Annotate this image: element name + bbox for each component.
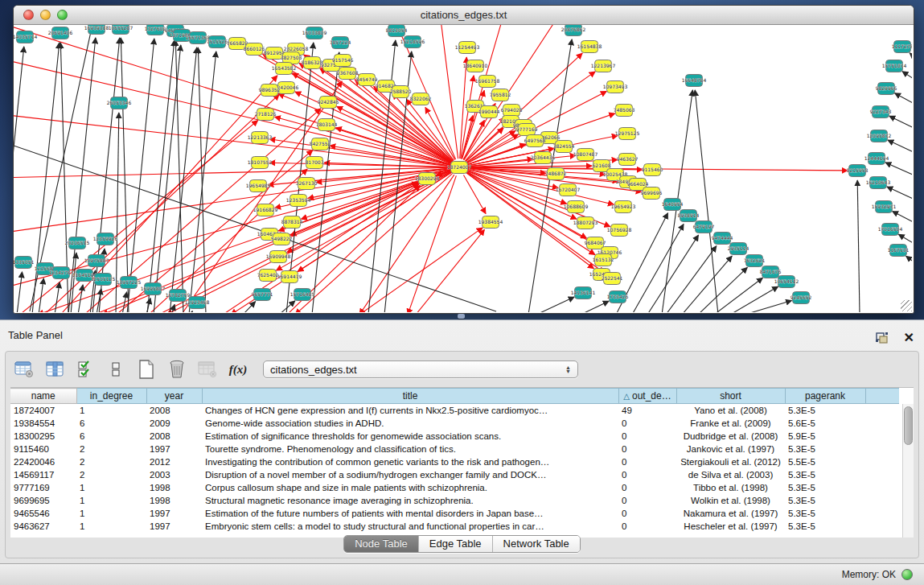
network-node[interactable]: 2522541 — [602, 273, 623, 285]
network-node[interactable]: 12213967 — [591, 60, 616, 72]
network-node[interactable]: 14136141 — [571, 287, 596, 299]
delete-table-icon[interactable] — [166, 359, 187, 380]
tab-network-table[interactable]: Network Table — [492, 536, 580, 552]
table-cell[interactable]: Franke et al. (2009) — [676, 417, 785, 430]
table-row[interactable]: 946362711997Embryonic stem cells: a mode… — [10, 520, 899, 533]
network-node[interactable]: 2718126 — [255, 109, 277, 121]
table-row[interactable]: 1872400712008Changes of HCN gene express… — [10, 404, 899, 417]
table-cell[interactable]: Estimation of significance thresholds fo… — [202, 430, 618, 443]
close-panel-icon[interactable]: ✕ — [904, 332, 914, 344]
table-row[interactable]: 1830029562008Estimation of significance … — [10, 430, 899, 443]
network-node[interactable]: 26053346 — [107, 97, 132, 109]
close-window-button[interactable] — [23, 10, 34, 20]
network-node[interactable]: 1733426 — [607, 291, 629, 303]
network-node[interactable]: 7955812 — [490, 89, 511, 101]
network-node[interactable]: 8215958 — [847, 165, 869, 177]
table-row[interactable]: 1938455462009Genome-wide association stu… — [10, 417, 899, 430]
network-node[interactable]: 19166829 — [253, 204, 278, 216]
table-body[interactable]: 1872400712008Changes of HCN gene express… — [10, 404, 899, 533]
network-graph[interactable]: 1403571420691406169393181065528713276026… — [14, 25, 912, 312]
table-cell[interactable]: 2 — [76, 468, 146, 481]
table-cell[interactable]: 1997 — [146, 507, 202, 520]
network-node[interactable]: 13957225 — [117, 277, 142, 289]
table-row[interactable]: 946554611997Estimation of the future num… — [10, 507, 899, 520]
table-cell[interactable]: Genome-wide association studies in ADHD. — [202, 417, 618, 430]
network-node[interactable]: 8938914 — [678, 210, 700, 222]
network-node[interactable]: 6497568 — [524, 135, 546, 147]
table-cell[interactable]: 2003 — [146, 468, 202, 481]
table-cell[interactable]: 22420046 — [10, 455, 76, 468]
zoom-window-button[interactable] — [57, 10, 68, 20]
network-node[interactable]: 8660126 — [244, 43, 265, 56]
table-cell[interactable]: Wolkin et al. (1998) — [676, 494, 785, 507]
network-node[interactable]: 14035714 — [14, 31, 37, 43]
network-node[interactable]: 8454749 — [356, 74, 378, 86]
column-header-pagerank[interactable]: pagerank — [785, 389, 865, 404]
network-node[interactable]: 1327602 — [145, 25, 166, 35]
table-cell[interactable]: Structural magnetic resonance image aver… — [202, 494, 618, 507]
table-row[interactable]: 977716911998Corpus callosum shape and si… — [10, 481, 899, 494]
network-node[interactable]: 19384554 — [478, 216, 503, 229]
table-cell[interactable]: 49 — [618, 404, 676, 417]
table-cell[interactable]: de Silva et al. (2003) — [676, 468, 785, 481]
network-node[interactable]: 7486872 — [545, 168, 567, 180]
table-cell[interactable]: 2 — [76, 455, 146, 468]
table-cell[interactable]: 5.9E-5 — [785, 430, 865, 443]
network-node[interactable]: 12505125 — [91, 274, 116, 286]
table-cell[interactable]: 0 — [618, 507, 676, 520]
network-node[interactable]: 1117278 — [892, 41, 912, 53]
table-settings-icon[interactable] — [14, 359, 35, 380]
table-cell[interactable]: 1 — [76, 481, 146, 494]
column-header-outde[interactable]: △out_de… — [618, 389, 676, 404]
network-node[interactable]: 15720407 — [556, 184, 581, 196]
table-row[interactable]: 2242004622012Investigating the contribut… — [10, 455, 899, 468]
network-node[interactable]: 7485063 — [614, 105, 635, 117]
network-node[interactable]: 9227343 — [870, 106, 892, 118]
column-header-short[interactable]: short — [676, 389, 785, 404]
table-cell[interactable]: 5.3E-5 — [785, 520, 865, 533]
table-cell[interactable]: 18300295 — [10, 430, 76, 443]
table-cell[interactable]: Investigating the contribution of common… — [202, 455, 618, 468]
network-node[interactable]: 12342787 — [49, 267, 74, 279]
network-node[interactable]: 10756928 — [607, 225, 632, 237]
network-node[interactable]: 7632621 — [744, 255, 766, 267]
column-header-title[interactable]: title — [202, 389, 618, 404]
panel-splitter-handle[interactable] — [458, 314, 465, 319]
network-node[interactable]: 2588520 — [390, 86, 412, 98]
network-node[interactable]: 12359926 — [93, 233, 118, 245]
table-row[interactable]: 969969511998Structural magnetic resonanc… — [10, 494, 899, 507]
table-cell[interactable]: 9699695 — [10, 494, 76, 507]
network-node[interactable]: 18107552 — [248, 157, 273, 169]
network-node[interactable]: 10655287 — [109, 25, 133, 35]
network-node[interactable]: 9777169 — [516, 124, 538, 136]
table-cell[interactable]: 0 — [618, 455, 676, 468]
column-header-name[interactable]: name — [10, 389, 76, 404]
table-cell[interactable]: Nakamura et al. (1997) — [676, 507, 785, 520]
select-columns-icon[interactable] — [75, 359, 96, 380]
table-cell[interactable]: 1997 — [146, 520, 202, 533]
table-cell[interactable]: 1 — [76, 520, 146, 533]
table-cell[interactable]: 5.5E-5 — [785, 455, 865, 468]
network-node[interactable]: 16033809 — [302, 27, 327, 39]
network-node[interactable]: 16939318 — [84, 25, 109, 35]
table-cell[interactable]: 14569117 — [10, 468, 76, 481]
float-panel-icon[interactable] — [872, 328, 893, 348]
network-node[interactable]: 10807487 — [573, 149, 598, 161]
table-cell[interactable]: Tourette syndrome. Phenomenology and cla… — [202, 443, 618, 455]
network-node[interactable]: 8427552 — [310, 138, 331, 150]
network-node[interactable]: 3824554 — [553, 141, 575, 153]
network-node[interactable]: 6794028 — [501, 105, 523, 117]
table-cell[interactable]: Hescheler et al. (1997) — [676, 520, 785, 533]
table-cell[interactable]: 19384554 — [10, 417, 76, 430]
table-row[interactable]: 1456911722003Disruption of a novel membe… — [10, 468, 899, 481]
table-selector-combo[interactable]: citations_edges.txt ▲▼ — [263, 360, 578, 378]
table-cell[interactable]: 5.3E-5 — [785, 443, 865, 455]
table-scrollbar-thumb[interactable] — [904, 406, 913, 445]
table-cell[interactable]: 9465546 — [10, 507, 76, 520]
table-cell[interactable]: 6 — [76, 430, 146, 443]
table-cell[interactable]: 2012 — [146, 455, 202, 468]
network-node[interactable]: 9245652 — [791, 292, 812, 304]
network-node[interactable]: 17016504 — [878, 224, 903, 236]
network-node[interactable]: 8322062 — [410, 93, 432, 105]
network-node[interactable]: 16995807 — [141, 283, 166, 295]
